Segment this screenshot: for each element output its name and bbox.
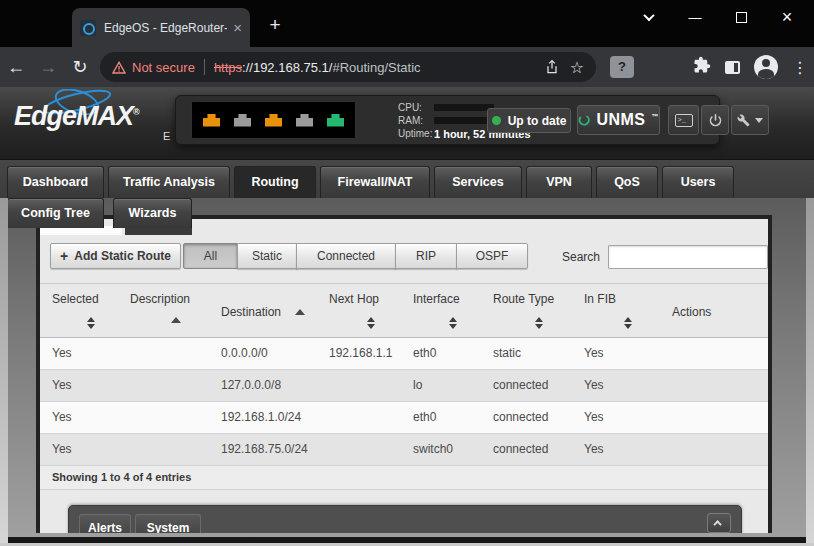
- menu-dots-icon[interactable]: ⋮: [792, 58, 808, 77]
- ethernet-port-icon: [327, 114, 344, 127]
- ethernet-port-icon: [265, 114, 282, 127]
- table-row[interactable]: Yes 0.0.0.0/0 192.168.1.1 eth0 static Ye…: [40, 338, 768, 370]
- trademark-mark: ™: [652, 113, 660, 120]
- extensions-puzzle-icon[interactable]: [693, 56, 711, 78]
- column-in-fib[interactable]: In FIB: [584, 284, 672, 337]
- device-name-text: E: [163, 130, 170, 142]
- filter-static[interactable]: Static: [237, 243, 297, 269]
- sort-both-icon[interactable]: [329, 317, 413, 329]
- table-header: Selected Description Destination Next Ho…: [40, 283, 768, 338]
- column-destination[interactable]: Destination: [221, 284, 329, 337]
- reload-button[interactable]: ↻: [64, 56, 96, 78]
- search-input[interactable]: [608, 245, 768, 269]
- status-dot-icon: [492, 116, 501, 125]
- sort-both-icon[interactable]: [493, 317, 584, 329]
- forward-button[interactable]: →: [32, 57, 64, 78]
- tools-button[interactable]: [731, 105, 769, 135]
- close-button[interactable]: ×: [764, 2, 810, 32]
- url-text: https://192.168.75.1/#Routing/Static: [214, 60, 534, 75]
- table-row[interactable]: Yes 192.168.1.0/24 eth0 connected Yes: [40, 402, 768, 434]
- bottom-dock: Alerts System: [68, 505, 742, 533]
- dock-collapse-button[interactable]: [707, 513, 731, 533]
- dock-tab-alerts[interactable]: Alerts: [79, 514, 131, 533]
- side-panel-icon[interactable]: [725, 61, 740, 74]
- power-icon: [708, 113, 723, 128]
- sort-asc-icon[interactable]: [130, 317, 221, 323]
- tab-qos[interactable]: QoS: [596, 166, 658, 198]
- column-selected[interactable]: Selected: [52, 284, 130, 337]
- tab-dashboard[interactable]: Dashboard: [7, 166, 104, 198]
- tab-traffic-analysis[interactable]: Traffic Analysis: [108, 166, 230, 198]
- edgeos-page: EdgeMAX® E CPU: RAM:: [0, 87, 814, 546]
- table-row[interactable]: Yes 127.0.0.0/8 lo connected Yes: [40, 370, 768, 402]
- browser-window: EdgeOS - EdgeRouter-X-5-Port × + — × ← →…: [0, 0, 814, 546]
- uptime-label: Uptime:: [398, 128, 434, 139]
- tab-vpn[interactable]: VPN: [526, 166, 592, 198]
- cpu-label: CPU:: [398, 102, 434, 113]
- column-actions: Actions: [672, 284, 768, 337]
- tab-users[interactable]: Users: [662, 166, 734, 198]
- add-static-route-button[interactable]: + Add Static Route: [50, 243, 181, 269]
- column-route-type[interactable]: Route Type: [493, 284, 584, 337]
- column-next-hop[interactable]: Next Hop: [329, 284, 413, 337]
- maximize-button[interactable]: [718, 2, 764, 32]
- back-button[interactable]: ←: [0, 57, 32, 78]
- browser-tab[interactable]: EdgeOS - EdgeRouter-X-5-Port ×: [72, 8, 250, 47]
- secondary-nav: Config Tree Wizards: [0, 198, 192, 228]
- tab-config-tree[interactable]: Config Tree: [7, 198, 104, 228]
- filter-connected[interactable]: Connected: [296, 243, 396, 269]
- firmware-update-button[interactable]: Up to date: [487, 108, 571, 133]
- route-filter-group: All Static Connected RIP OSPF: [183, 243, 528, 269]
- plus-icon: +: [60, 248, 68, 264]
- edgemax-header: EdgeMAX® E CPU: RAM:: [0, 87, 814, 160]
- chevron-down-icon: [643, 10, 654, 21]
- edgeos-favicon: [80, 20, 96, 36]
- registered-mark: ®: [133, 107, 139, 117]
- sort-both-icon[interactable]: [413, 317, 493, 329]
- maximize-icon: [736, 12, 747, 23]
- share-icon[interactable]: [544, 59, 560, 75]
- sort-both-icon[interactable]: [584, 317, 672, 329]
- ram-label: RAM:: [398, 115, 434, 126]
- address-bar[interactable]: Not secure https://192.168.75.1/#Routing…: [100, 52, 596, 82]
- column-description[interactable]: Description: [130, 284, 221, 337]
- warning-triangle-icon: [112, 61, 126, 74]
- tab-close-icon[interactable]: ×: [233, 19, 242, 36]
- cli-terminal-button[interactable]: >_: [668, 105, 699, 135]
- ethernet-port-icon: [203, 114, 220, 127]
- main-nav: Dashboard Traffic Analysis Routing Firew…: [0, 160, 814, 198]
- minimize-button[interactable]: —: [672, 2, 718, 32]
- ethernet-port-icon: [234, 114, 251, 127]
- filter-rip[interactable]: RIP: [395, 243, 457, 269]
- window-menu-button[interactable]: [626, 2, 672, 32]
- browser-toolbar: ← → ↻ Not secure https://192.168.75.1/#R…: [0, 47, 814, 87]
- unms-ring-icon: [578, 112, 590, 128]
- table-row[interactable]: Yes 192.168.75.0/24 switch0 connected Ye…: [40, 434, 768, 466]
- sort-both-icon[interactable]: [52, 317, 130, 329]
- power-button[interactable]: [701, 105, 729, 135]
- caret-down-icon: [755, 118, 763, 123]
- dock-tab-system[interactable]: System: [135, 514, 201, 533]
- bookmark-star-icon[interactable]: ☆: [570, 58, 584, 77]
- ethernet-port-icon: [296, 114, 313, 127]
- filter-all[interactable]: All: [183, 243, 238, 269]
- content-background: Config Tree Wizards + Add Static Route A…: [0, 198, 814, 546]
- routes-toolbar: + Add Static Route All Static Connected …: [40, 243, 768, 273]
- wrench-icon: [737, 114, 750, 127]
- tab-firewall-nat[interactable]: Firewall/NAT: [320, 166, 430, 198]
- unms-button[interactable]: UNMS™: [577, 105, 660, 135]
- extension-badge[interactable]: ?: [610, 56, 634, 78]
- ram-bar: [434, 117, 494, 124]
- tab-routing[interactable]: Routing: [234, 166, 316, 198]
- tab-wizards[interactable]: Wizards: [113, 198, 192, 228]
- window-frame-left: [0, 198, 8, 546]
- tab-services[interactable]: Services: [434, 166, 522, 198]
- sort-asc-icon: [295, 309, 305, 315]
- chevron-up-icon: [713, 520, 721, 528]
- table-info-text: Showing 1 to 4 of 4 entries: [40, 466, 768, 490]
- filter-ospf[interactable]: OSPF: [456, 243, 528, 269]
- column-interface[interactable]: Interface: [413, 284, 493, 337]
- profile-avatar-icon[interactable]: [754, 55, 778, 79]
- new-tab-button[interactable]: +: [262, 12, 288, 38]
- cpu-bar: [434, 104, 494, 111]
